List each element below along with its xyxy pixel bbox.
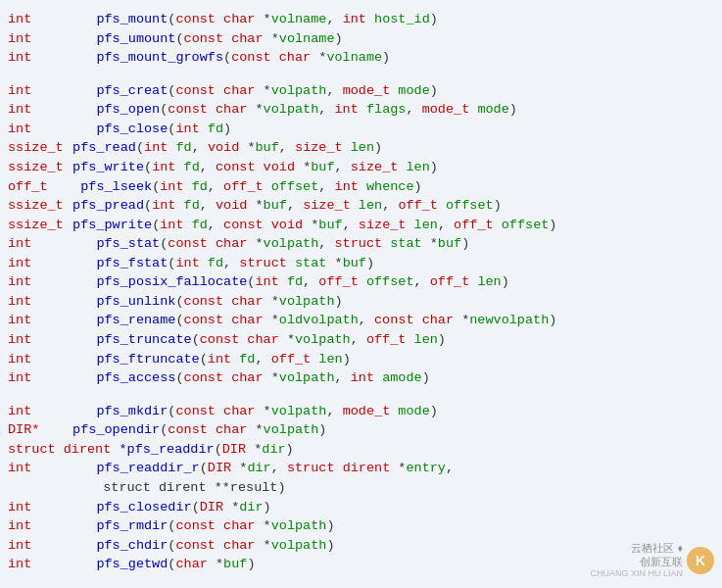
- watermark-line3: CHUANG XIN HU LIAN: [590, 568, 683, 580]
- return-type: int: [8, 81, 65, 101]
- code-line: ssize_t pfs_read(int fd, void *buf, size…: [8, 138, 714, 158]
- return-type: int: [8, 330, 65, 350]
- params: (const char *volpath, off_t len): [192, 330, 446, 350]
- return-type: int: [8, 29, 65, 49]
- function-name: pfs_readdir_r: [96, 459, 199, 478]
- params: (char *buf): [168, 555, 255, 574]
- params: (int fd, struct stat *buf): [168, 254, 374, 273]
- return-type: ssize_t: [8, 138, 65, 158]
- code-block: int pfs_mount(const char *volname, int h…: [0, 0, 722, 584]
- return-type: int: [8, 350, 65, 369]
- params: (int fd, off_t offset, off_t len): [247, 272, 508, 292]
- function-name: pfs_getwd: [96, 555, 168, 574]
- function-name: pfs_mount_growfs: [96, 48, 223, 68]
- function-name: pfs_rename: [96, 311, 175, 330]
- function-name: pfs_unlink: [96, 292, 175, 312]
- return-type: int: [8, 368, 65, 388]
- code-line: struct dirent *pfs_readdir(DIR *dir): [8, 440, 714, 460]
- function-name: pfs_lseek: [80, 177, 152, 197]
- params: (DIR *dir): [192, 498, 271, 517]
- code-line: int pfs_posix_fallocate(int fd, off_t of…: [8, 272, 714, 292]
- code-line: int pfs_mkdir(const char *volpath, mode_…: [8, 402, 714, 421]
- code-line: ssize_t pfs_pread(int fd, void *buf, siz…: [8, 196, 714, 216]
- code-line: int pfs_rmdir(const char *volpath): [8, 516, 714, 536]
- params: (DIR *dir, struct dirent *entry,: [200, 459, 454, 478]
- return-type: int: [8, 10, 65, 29]
- params: (const char *volpath): [160, 420, 326, 440]
- function-name: pfs_rmdir: [96, 516, 168, 536]
- return-type: int: [8, 459, 65, 478]
- params: (const char *volname): [175, 29, 342, 49]
- params: (int fd, off_t offset, int whence): [152, 177, 422, 197]
- code-line: int pfs_mount_growfs(const char *volname…: [8, 48, 714, 68]
- return-type: int: [8, 555, 65, 574]
- code-line: int pfs_fstat(int fd, struct stat *buf): [8, 254, 714, 273]
- code-line: int pfs_stat(const char *volpath, struct…: [8, 234, 714, 254]
- params: (int fd, void *buf, size_t len, off_t of…: [144, 196, 502, 216]
- return-type: int: [8, 402, 65, 421]
- code-line: DIR* pfs_opendir(const char *volpath): [8, 420, 714, 440]
- return-type: ssize_t: [8, 158, 65, 177]
- params: (const char *volpath, int flags, mode_t …: [160, 100, 517, 120]
- return-type: int: [8, 536, 65, 556]
- code-line: off_t pfs_lseek(int fd, off_t offset, in…: [8, 177, 714, 197]
- code-line: int pfs_access(const char *volpath, int …: [8, 368, 714, 388]
- function-name: pfs_truncate: [96, 330, 191, 350]
- params: (const char *volpath, struct stat *buf): [160, 234, 469, 254]
- function-name: pfs_pread: [72, 196, 144, 216]
- params: (const char *volpath): [168, 536, 334, 556]
- function-name: pfs_fstat: [96, 254, 168, 273]
- return-type: ssize_t: [8, 216, 65, 235]
- code-line: [8, 68, 714, 81]
- code-line: int pfs_rename(const char *oldvolpath, c…: [8, 311, 714, 330]
- return-type: int: [8, 498, 65, 517]
- params: (const char *volpath, mode_t mode): [168, 402, 438, 421]
- code-line: int pfs_truncate(const char *volpath, of…: [8, 330, 714, 350]
- code-line: ssize_t pfs_pwrite(int fd, const void *b…: [8, 216, 714, 235]
- code-line: ssize_t pfs_write(int fd, const void *bu…: [8, 158, 714, 177]
- continuation-text: struct dirent **result): [8, 478, 286, 498]
- function-name: *pfs_readdir: [119, 440, 214, 460]
- function-name: pfs_write: [72, 158, 144, 177]
- function-name: pfs_read: [72, 138, 136, 158]
- params: (int fd, off_t len): [200, 350, 351, 369]
- function-name: pfs_mkdir: [96, 402, 168, 421]
- code-line: int pfs_creat(const char *volpath, mode_…: [8, 81, 714, 101]
- params: (const char *volname): [223, 48, 390, 68]
- return-type: int: [8, 48, 65, 68]
- return-type: off_t: [8, 177, 65, 197]
- watermark-line1: 云栖社区 ♦: [590, 541, 683, 555]
- params: (const char *volpath): [168, 516, 334, 536]
- params: (DIR *dir): [215, 440, 294, 460]
- return-type: int: [8, 234, 65, 254]
- code-line: int pfs_open(const char *volpath, int fl…: [8, 100, 714, 120]
- params: (int fd, const void *buf, size_t len): [144, 158, 438, 177]
- params: (const char *volname, int host_id): [168, 10, 438, 29]
- params: (int fd): [168, 120, 231, 139]
- params: (int fd, void *buf, size_t len): [136, 138, 382, 158]
- code-line: int pfs_ftruncate(int fd, off_t len): [8, 350, 714, 369]
- function-name: pfs_opendir: [72, 420, 160, 440]
- code-line: [8, 388, 714, 402]
- watermark: 云栖社区 ♦ 创新互联 CHUANG XIN HU LIAN K: [590, 541, 714, 580]
- function-name: pfs_posix_fallocate: [96, 272, 247, 292]
- code-line: struct dirent **result): [8, 478, 714, 498]
- return-type: int: [8, 292, 65, 312]
- params: (const char *volpath): [175, 292, 342, 312]
- return-type: DIR*: [8, 420, 65, 440]
- return-type: ssize_t: [8, 196, 65, 216]
- watermark-line2: 创新互联: [590, 555, 683, 568]
- function-name: pfs_umount: [96, 29, 175, 49]
- function-name: pfs_pwrite: [72, 216, 152, 235]
- code-line: int pfs_umount(const char *volname): [8, 29, 714, 49]
- return-type: int: [8, 100, 65, 120]
- watermark-logo-icon: K: [687, 547, 714, 574]
- function-name: pfs_access: [96, 368, 175, 388]
- return-type: int: [8, 516, 65, 536]
- code-line: int pfs_readdir_r(DIR *dir, struct diren…: [8, 459, 714, 478]
- params: (const char *oldvolpath, const char *new…: [175, 311, 556, 330]
- function-name: pfs_ftruncate: [96, 350, 199, 369]
- function-name: pfs_stat: [96, 234, 160, 254]
- code-line: int pfs_close(int fd): [8, 120, 714, 139]
- function-name: pfs_mount: [96, 10, 168, 29]
